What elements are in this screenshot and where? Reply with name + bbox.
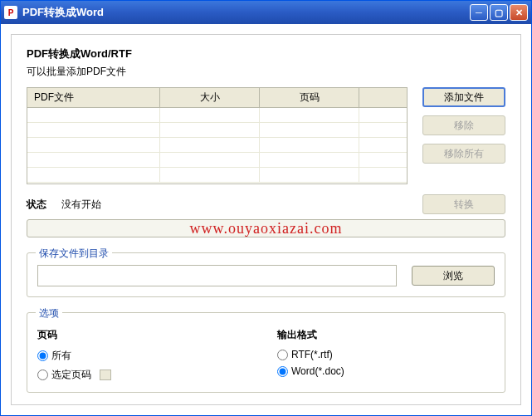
radio-selected-label: 选定页码: [51, 368, 91, 382]
window-buttons: ─ ▢ ✕: [470, 4, 528, 21]
add-file-button[interactable]: 添加文件: [422, 87, 505, 107]
progress-bar: www.ouyaoxiazai.com: [27, 219, 505, 237]
status-label: 状态: [27, 198, 46, 212]
format-options: 输出格式 RTF(*.rtf) Word(*.doc): [277, 328, 344, 382]
minimize-button[interactable]: ─: [470, 4, 488, 21]
col-file[interactable]: PDF文件: [27, 88, 160, 107]
save-fieldset: 保存文件到目录 浏览: [27, 252, 505, 297]
radio-all-pages[interactable]: 所有: [37, 349, 111, 363]
path-row: 浏览: [37, 265, 495, 286]
page-options: 页码 所有 选定页码: [37, 328, 111, 382]
col-blank: [359, 88, 407, 107]
watermark-text: www.ouyaoxiazai.com: [190, 220, 343, 237]
panel-subheading: 可以批量添加PDF文件: [27, 65, 505, 79]
status-value: 没有开始: [61, 198, 101, 212]
remove-button[interactable]: 移除: [422, 115, 505, 135]
app-window: P PDF转换成Word ─ ▢ ✕ PDF转换成Word/RTF 可以批量添加…: [0, 0, 532, 416]
options-legend: 选项: [36, 306, 62, 321]
close-button[interactable]: ✕: [510, 4, 528, 21]
convert-button[interactable]: 转换: [422, 194, 505, 214]
radio-selected-input[interactable]: [37, 370, 48, 380]
radio-rtf-input[interactable]: [277, 350, 288, 360]
col-size[interactable]: 大小: [160, 88, 260, 107]
radio-all-label: 所有: [51, 349, 71, 363]
table-body[interactable]: [27, 108, 408, 184]
page-range-input: [100, 370, 111, 380]
format-label: 输出格式: [277, 328, 344, 342]
main-panel: PDF转换成Word/RTF 可以批量添加PDF文件 PDF文件 大小 页码: [11, 34, 521, 405]
convert-side: 转换: [422, 194, 505, 214]
options-row: 页码 所有 选定页码 输出格式: [37, 328, 495, 382]
radio-selected-pages[interactable]: 选定页码: [37, 368, 111, 382]
status-row: 状态 没有开始 转换: [27, 194, 505, 214]
side-buttons: 添加文件 移除 移除所有: [422, 87, 505, 184]
browse-button[interactable]: 浏览: [412, 266, 495, 286]
radio-word-label: Word(*.doc): [291, 365, 344, 377]
remove-all-button[interactable]: 移除所有: [422, 144, 505, 164]
table-header: PDF文件 大小 页码: [27, 87, 408, 108]
maximize-button[interactable]: ▢: [490, 4, 508, 21]
save-legend: 保存文件到目录: [36, 247, 112, 261]
content-area: PDF转换成Word/RTF 可以批量添加PDF文件 PDF文件 大小 页码: [1, 24, 531, 415]
radio-word[interactable]: Word(*.doc): [277, 365, 344, 377]
titlebar: P PDF转换成Word ─ ▢ ✕: [1, 1, 531, 24]
app-icon: P: [4, 6, 17, 19]
file-table: PDF文件 大小 页码: [27, 87, 408, 184]
radio-rtf[interactable]: RTF(*.rtf): [277, 349, 344, 360]
radio-word-input[interactable]: [277, 366, 288, 377]
save-path-input[interactable]: [37, 265, 397, 286]
radio-rtf-label: RTF(*.rtf): [291, 349, 333, 360]
file-row: PDF文件 大小 页码 添加文件 移除: [27, 87, 505, 184]
col-pages[interactable]: 页码: [260, 88, 359, 107]
radio-all-input[interactable]: [37, 350, 48, 361]
window-title: PDF转换成Word: [22, 5, 470, 20]
panel-heading: PDF转换成Word/RTF: [27, 46, 505, 61]
page-label: 页码: [37, 328, 111, 342]
options-fieldset: 选项 页码 所有 选定页码: [27, 312, 505, 393]
